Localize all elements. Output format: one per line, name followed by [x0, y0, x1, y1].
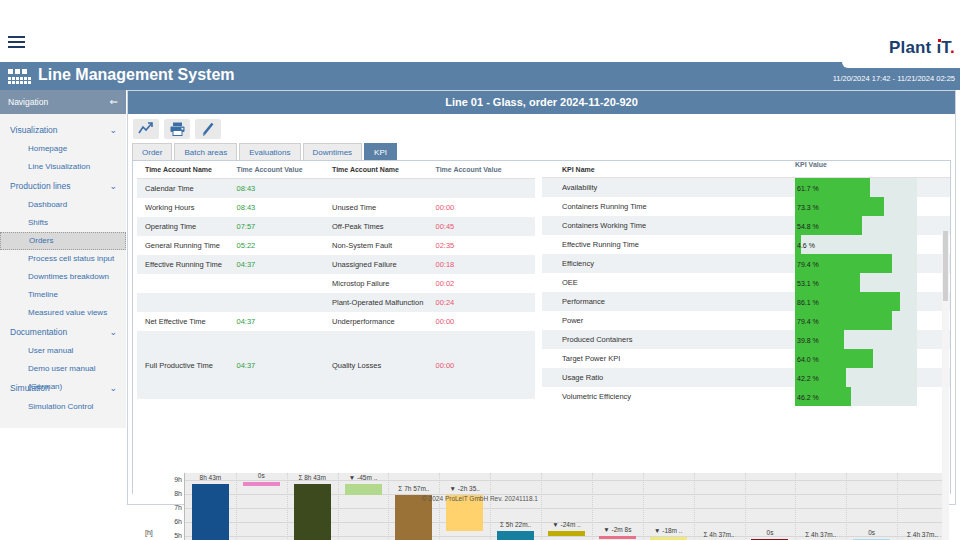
- kpi-row: Containers Running Time73.3 %: [542, 197, 950, 216]
- chart-bar-label: Σ 5h 22m..: [490, 521, 541, 528]
- edit-button[interactable]: [195, 119, 221, 139]
- col-header: Time Account Value: [237, 166, 333, 173]
- chart-bar-label: 0s: [236, 473, 287, 479]
- sidebar-item-downtimes-breakdown[interactable]: Downtimes breakdown: [0, 268, 126, 286]
- time-account-row: Plant-Operated Malfunction00:24: [137, 293, 535, 312]
- time-account-value: 04:37: [237, 317, 333, 326]
- kpi-row: Power79.4 %: [542, 311, 950, 330]
- sidebar-item-user-manual[interactable]: User manual: [0, 342, 126, 360]
- order-title-bar: Line 01 - Glass, order 2024-11-20-920: [128, 91, 955, 114]
- kpi-value-cell: 54.8 %: [795, 216, 950, 235]
- kpi-row: Performance86.1 %: [542, 292, 950, 311]
- kpi-tab-content: Time Account Name Time Account Value Tim…: [132, 160, 951, 494]
- kpi-name: Containers Running Time: [542, 202, 795, 211]
- logo-period: .: [950, 38, 955, 57]
- col-header: Time Account Name: [137, 166, 237, 173]
- chart-bar-label: Σ 4h 37m..: [694, 531, 745, 538]
- main-panel: Line 01 - Glass, order 2024-11-20-920 Or…: [127, 90, 956, 505]
- sidebar-item-process-cell-status-input[interactable]: Process cell status input: [0, 250, 126, 268]
- hamburger-menu-icon[interactable]: [8, 36, 25, 49]
- tab-kpi[interactable]: KPI: [364, 143, 397, 160]
- sidebar-item-line-visualization[interactable]: Line Visualization: [0, 158, 126, 176]
- scrollbar-thumb[interactable]: [943, 231, 948, 301]
- tab-bar: OrderBatch areasEvaluationsDowntimesKPI: [132, 143, 399, 160]
- time-account-name: Quality Losses: [332, 361, 435, 370]
- kpi-value-label: 42.2 %: [797, 374, 819, 381]
- sidebar-item-homepage[interactable]: Homepage: [0, 140, 126, 158]
- time-account-name: Unassigned Failure: [332, 260, 435, 269]
- chart-bar-delta[interactable]: [599, 536, 636, 539]
- kpi-name: Availability: [542, 183, 795, 192]
- sidebar-item-simulation-control[interactable]: Simulation Control: [0, 398, 126, 416]
- print-button[interactable]: [164, 119, 190, 139]
- chevron-down-icon: ⌄: [109, 176, 117, 196]
- line-management-icon: [8, 69, 34, 84]
- collapse-sidebar-icon[interactable]: ⇐: [110, 90, 118, 114]
- slot-separator: [388, 473, 389, 540]
- section-label: Simulation: [10, 383, 50, 393]
- chart-bar-total[interactable]: [497, 531, 534, 540]
- sidebar-item-orders[interactable]: Orders: [0, 232, 126, 250]
- sidebar-section-simulation[interactable]: Simulation⌄: [0, 378, 126, 398]
- time-account-name: Net Effective Time: [137, 317, 237, 326]
- logo-word-plant: Plant: [889, 38, 932, 57]
- time-account-row: Working Hours08:43Unused Time00:00: [137, 198, 535, 217]
- chart-bar-label: Σ 4h 37m..: [795, 531, 846, 538]
- sidebar-section-visualization[interactable]: Visualization⌄: [0, 120, 126, 140]
- sidebar-section-production-lines[interactable]: Production lines⌄: [0, 176, 126, 196]
- time-account-value: 00:00: [435, 203, 535, 212]
- time-account-name: Off-Peak Times: [332, 222, 435, 231]
- sidebar-item-dashboard[interactable]: Dashboard: [0, 196, 126, 214]
- time-account-value: 08:43: [237, 184, 333, 193]
- slot-separator: [795, 473, 796, 540]
- kpi-value-cell: 79.4 %: [795, 311, 950, 330]
- chart-bar-delta[interactable]: [548, 531, 585, 537]
- sidebar-item-timeline[interactable]: Timeline: [0, 286, 126, 304]
- chart-bar-label: 8h 43m: [185, 474, 236, 481]
- kpi-value-label: 39.8 %: [797, 336, 819, 343]
- y-axis-tick-label: 5h: [162, 532, 182, 539]
- kpi-table: KPI Name KPI Value Availability61.7 %Con…: [542, 161, 950, 406]
- time-account-name: General Running Time: [137, 241, 237, 250]
- kpi-name: Efficiency: [542, 259, 795, 268]
- sidebar-item-shifts[interactable]: Shifts: [0, 214, 126, 232]
- chart-bar-zero[interactable]: [243, 482, 280, 486]
- time-account-row: Operating Time07:57Off-Peak Times00:45: [137, 217, 535, 236]
- chart-bar-label: ▼ -24m ..: [541, 521, 592, 528]
- chart-bar-delta[interactable]: [345, 484, 382, 495]
- kpi-value-cell: 86.1 %: [795, 292, 950, 311]
- y-axis-unit-label: [h]: [145, 529, 153, 536]
- sidebar-section-documentation[interactable]: Documentation⌄: [0, 322, 126, 342]
- col-header: Time Account Name: [332, 166, 435, 173]
- kpi-value-cell: 4.6 %: [795, 235, 950, 254]
- time-account-value: 07:57: [237, 222, 333, 231]
- time-account-value: 00:18: [435, 260, 535, 269]
- chart-bar-total[interactable]: [192, 484, 229, 540]
- y-axis-tick-label: 9h: [162, 476, 182, 483]
- vertical-scrollbar[interactable]: ▼: [942, 231, 949, 540]
- tab-evaluations[interactable]: Evaluations: [239, 143, 300, 160]
- time-account-name: Effective Running Time: [137, 260, 237, 269]
- tab-downtimes[interactable]: Downtimes: [303, 143, 363, 160]
- kpi-value-cell: 64.0 %: [795, 349, 950, 368]
- tab-batch-areas[interactable]: Batch areas: [174, 143, 237, 160]
- sidebar-item-measured-value-views[interactable]: Measured value views: [0, 304, 126, 322]
- kpi-name: Power: [542, 316, 795, 325]
- time-account-value: 02:35: [435, 241, 535, 250]
- trend-chart-button[interactable]: [133, 119, 159, 139]
- slot-separator: [338, 473, 339, 540]
- tab-order[interactable]: Order: [132, 143, 172, 160]
- chart-bar-total[interactable]: [294, 484, 331, 540]
- sidebar-item-demo-user-manual-german-[interactable]: Demo user manual (German): [0, 360, 126, 378]
- time-account-name: Microstop Failure: [332, 279, 435, 288]
- time-account-name: Full Productive Time: [137, 361, 237, 370]
- kpi-row: Containers Working Time54.8 %: [542, 216, 950, 235]
- time-account-row: Microstop Failure00:02: [137, 274, 535, 293]
- kpi-row: Target Power KPI64.0 %: [542, 349, 950, 368]
- kpi-value-label: 61.7 %: [797, 184, 819, 191]
- time-account-waterfall-chart: [h] 8h 43m0sΣ 8h 43m▼ -45m ..Σ 7h 57m..▼…: [137, 473, 954, 540]
- kpi-name: Volumetric Efficiency: [542, 392, 795, 401]
- time-account-row: Full Productive Time04:37Quality Losses0…: [137, 331, 535, 399]
- time-account-value: 00:00: [435, 361, 535, 370]
- time-account-name: Underperformance: [332, 317, 435, 326]
